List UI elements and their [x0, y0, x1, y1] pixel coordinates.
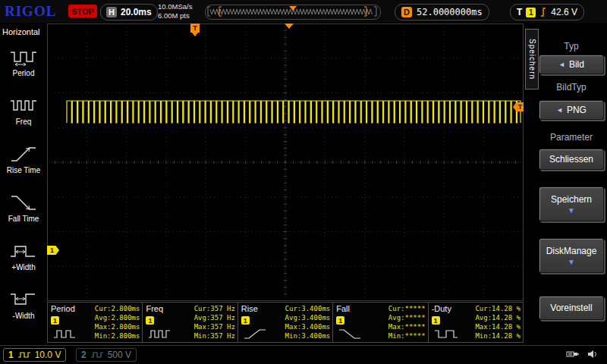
measurement-name: Rise	[241, 304, 258, 313]
waveform-display: T T 1	[47, 24, 524, 301]
trigger-level-value: 42.6 V	[551, 7, 577, 17]
channel-badge: 1	[432, 316, 440, 325]
menu-tab-speichern: Speichern	[525, 29, 539, 89]
system-icons	[566, 350, 599, 359]
channel1-status[interactable]: 1 10.0 V	[3, 348, 66, 362]
measurement-panel-period: Period 1 Cur:2.800ms Avg:2.800ms Max:2.8…	[48, 303, 143, 342]
sidebar-title: Horizontal	[0, 23, 47, 38]
minus-width-icon	[9, 290, 38, 309]
rise-time-icon	[9, 144, 38, 164]
freq-meas-icon	[147, 327, 173, 340]
down-arrow-icon: ▼	[568, 208, 575, 214]
measurement-values: Cur:14.28 % Avg:14.28 % Max:14.28 % Min:…	[475, 304, 521, 340]
sidebar-item-label: +Width	[11, 263, 35, 271]
measurement-values: Cur:2.800ms Avg:2.800ms Max:2.800ms Min:…	[95, 304, 140, 340]
sidebar-item-plus-width[interactable]: +Width	[0, 232, 47, 281]
measurement-panel-neg-duty: -Duty 1 Cur:14.28 % Avg:14.28 % Max:14.2…	[429, 303, 523, 342]
channel1-wave-icon	[17, 351, 31, 359]
sample-rate-value: 10.0MSa/s	[158, 2, 192, 11]
sidebar-item-label: -Width	[13, 312, 35, 320]
measurement-name: Period	[51, 304, 75, 313]
menu-button-label: Schliessen	[549, 154, 593, 165]
menu-button-diskmanage[interactable]: DiskManage ▼	[539, 238, 604, 273]
channel-scale: 10.0 V	[35, 350, 61, 360]
memory-waveform-icon	[206, 5, 379, 17]
menu-button-label: Bild	[569, 59, 584, 70]
menu-button-bildtyp-png[interactable]: ◄ PNG	[539, 100, 604, 120]
trigger-slope-icon	[539, 7, 547, 17]
speaker-icon	[587, 350, 599, 359]
measurement-name: Fall	[336, 304, 350, 313]
horizontal-label: H	[106, 7, 117, 17]
trigger-position-marker[interactable]	[285, 24, 294, 33]
measure-sidebar: Horizontal Period Freq Rise Time	[0, 23, 47, 345]
measurement-name: Freq	[146, 304, 163, 313]
freq-icon	[9, 96, 38, 115]
menu-button-label: DiskManage	[546, 246, 597, 256]
trigger-source-badge: 1	[526, 8, 536, 17]
fall-meas-icon	[338, 327, 363, 340]
measurement-values: Cur:357 Hz Avg:357 Hz Max:357 Hz Min:357…	[194, 304, 235, 340]
left-arrow-icon: ◄	[558, 61, 565, 68]
measurement-strip: Period 1 Cur:2.800ms Avg:2.800ms Max:2.8…	[47, 302, 524, 343]
timebase-preview	[205, 5, 381, 20]
acquisition-info: 10.0MSa/s 6.00M pts	[158, 2, 192, 20]
fall-time-icon	[9, 193, 38, 212]
trigger-label: T	[517, 7, 522, 17]
channel-number: 2	[81, 350, 86, 360]
channel-number: 1	[8, 350, 14, 360]
delay-value: 52.0000000ms	[417, 7, 483, 17]
menu-button-voreinstell[interactable]: Voreinstell	[539, 296, 604, 320]
measurement-panel-freq: Freq 1 Cur:357 Hz Avg:357 Hz Max:357 Hz …	[143, 303, 237, 342]
usb-icon	[566, 350, 580, 359]
trigger-time-marker[interactable]: T	[190, 24, 200, 33]
menu-header-bildtyp: BildTyp	[539, 82, 604, 93]
channel-badge: 1	[336, 316, 344, 325]
channel2-wave-icon	[90, 351, 104, 359]
horizontal-scale-box: H 20.0ms	[100, 4, 158, 20]
rigol-logo: RIGOL	[5, 3, 56, 20]
sidebar-item-label: Rise Time	[7, 166, 40, 174]
trigger-box: T 1 42.6 V	[510, 4, 584, 20]
sidebar-item-minus-width[interactable]: -Width	[0, 281, 47, 329]
menu-button-label: PNG	[567, 105, 587, 115]
top-bar: RIGOL STOP H 20.0ms 10.0MSa/s 6.00M pts …	[0, 0, 607, 23]
menu-button-schliessen[interactable]: Schliessen	[539, 149, 604, 170]
neg-duty-meas-icon	[433, 327, 459, 340]
sidebar-item-period[interactable]: Period	[0, 38, 47, 86]
sidebar-item-label: Fall Time	[8, 215, 39, 223]
left-arrow-icon: ◄	[556, 106, 563, 114]
down-arrow-icon: ▼	[568, 259, 575, 265]
delay-box: D 52.0000000ms	[395, 4, 489, 20]
measurement-values: Cur:***** Avg:***** Max:***** Min:*****	[388, 304, 426, 340]
channel-status-bar: 1 10.0 V 2 500 V	[0, 345, 607, 364]
measurement-panel-fall: Fall 1 Cur:***** Avg:***** Max:***** Min…	[333, 303, 428, 342]
channel-badge: 1	[51, 316, 59, 325]
menu-button-typ-bild[interactable]: ◄ Bild	[539, 55, 604, 74]
channel-badge: 1	[241, 316, 250, 325]
menu-header-parameter: Parameter	[539, 132, 604, 143]
channel-badge: 1	[146, 316, 154, 325]
measurement-name: -Duty	[432, 304, 451, 313]
rise-meas-icon	[243, 327, 269, 340]
sidebar-item-label: Period	[13, 69, 35, 77]
oscilloscope-screen: RIGOL STOP H 20.0ms 10.0MSa/s 6.00M pts …	[0, 0, 607, 364]
softkey-menu: Speichern Typ ◄ Bild BildTyp ◄ PNG Param…	[524, 23, 607, 345]
sidebar-item-freq[interactable]: Freq	[0, 86, 47, 135]
measurement-values: Cur:3.400ms Avg:3.400ms Max:3.400ms Min:…	[285, 304, 331, 340]
channel-scale: 500 V	[108, 350, 131, 360]
period-icon	[9, 47, 38, 67]
run-state-badge: STOP	[68, 5, 97, 17]
menu-button-speichern[interactable]: Speichern ▼	[539, 187, 604, 221]
delay-label: D	[401, 7, 412, 17]
sidebar-item-fall-time[interactable]: Fall Time	[0, 184, 47, 232]
horizontal-scale-value: 20.0ms	[121, 7, 152, 17]
menu-button-label: Voreinstell	[550, 303, 592, 313]
channel2-status[interactable]: 2 500 V	[76, 348, 137, 362]
channel1-trace	[47, 24, 524, 301]
menu-button-label: Speichern	[551, 194, 592, 205]
sidebar-item-label: Freq	[16, 118, 32, 126]
measurement-panel-rise: Rise 1 Cur:3.400ms Avg:3.400ms Max:3.400…	[238, 303, 333, 342]
period-meas-icon	[52, 327, 78, 340]
sidebar-item-rise-time[interactable]: Rise Time	[0, 135, 47, 184]
